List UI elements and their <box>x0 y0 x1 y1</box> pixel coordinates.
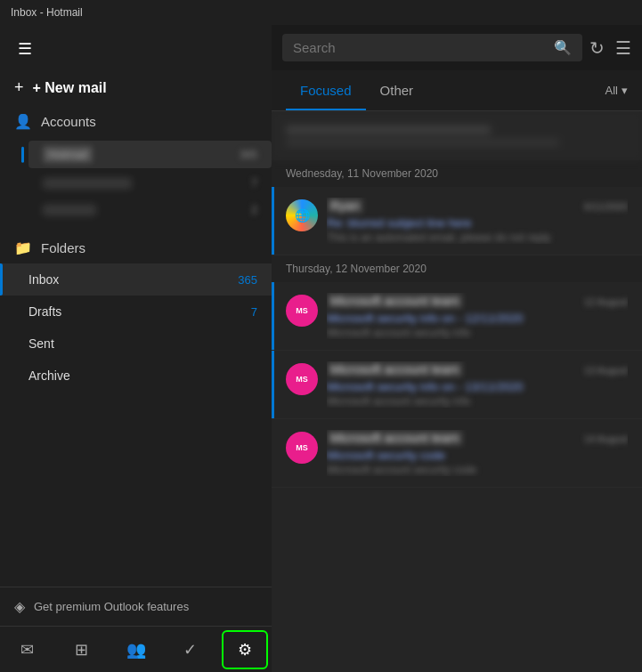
filter-label: All <box>605 84 618 97</box>
accounts-label: Accounts <box>41 114 96 129</box>
date-divider-thursday: Thursday, 12 November 2020 <box>272 255 642 282</box>
email-header-ms3: Microsoft account team 14 August <box>327 430 628 446</box>
search-input[interactable] <box>293 40 547 55</box>
account-item-3[interactable]: 2 <box>28 198 272 222</box>
search-bar: 🔍 ↻ ☰ <box>272 25 642 70</box>
search-icon-button[interactable]: 🔍 <box>554 39 572 56</box>
email-item-ms3[interactable]: MS Microsoft account team 14 August Micr… <box>272 419 642 488</box>
preview-ms2: Microsoft account security info <box>327 395 628 408</box>
time-ms2: 13 August <box>584 365 628 376</box>
folder-name-inbox: Inbox <box>28 272 59 287</box>
folder-badge-inbox: 365 <box>238 273 257 287</box>
search-icon: 🔍 <box>554 40 572 55</box>
email-content-ms2: Microsoft account team 13 August Microso… <box>327 361 628 408</box>
tab-other[interactable]: Other <box>366 70 428 110</box>
subject-ms1: Microsoft security info on - 12/11/2020 <box>327 312 628 325</box>
preview-ms1: Microsoft account security info <box>327 327 628 339</box>
filter-drop-icon: ▾ <box>622 84 628 97</box>
hamburger-button[interactable]: ☰ <box>14 36 36 62</box>
premium-banner[interactable]: ◈ Get premium Outlook features <box>0 587 272 626</box>
sidebar: ☰ + + New mail 👤 Accounts Hotmail 365 7 … <box>0 25 272 672</box>
bottom-nav: ✉ ⊞ 👥 ✓ ⚙ <box>0 626 272 672</box>
folder-list: Inbox 365 Drafts 7 Sent Archive <box>0 263 272 587</box>
sidebar-top: ☰ <box>0 25 272 69</box>
account-item-hotmail[interactable]: Hotmail 365 <box>28 141 272 168</box>
folder-item-sent[interactable]: Sent <box>0 328 272 360</box>
new-mail-icon: + <box>14 78 24 97</box>
preview-ryan: This is an automated email, please do no… <box>327 231 628 244</box>
folder-name-sent: Sent <box>28 336 54 351</box>
email-content-ryan: Ryan 6/11/2020 Re: blurred subject line … <box>327 198 628 244</box>
email-header-ryan: Ryan 6/11/2020 <box>327 198 628 214</box>
email-content-ms1: Microsoft account team 12 August Microso… <box>327 293 628 339</box>
title-bar-text: Inbox - Hotmail <box>11 6 83 19</box>
folder-badge-drafts: 7 <box>251 305 257 319</box>
account-badge-hotmail: 365 <box>240 149 257 161</box>
account-badge-3: 2 <box>251 204 257 216</box>
people-nav-item[interactable]: 👥 <box>113 630 159 669</box>
date-divider-wednesday: Wednesday, 11 November 2020 <box>272 160 642 187</box>
new-mail-label: + New mail <box>33 80 107 96</box>
subject-ms2: Microsoft security info on - 13/11/2020 <box>327 380 628 393</box>
folder-item-inbox[interactable]: Inbox 365 <box>0 263 272 296</box>
folder-name-archive: Archive <box>28 368 70 383</box>
avatar-ms3: MS <box>286 432 318 464</box>
toolbar-icons: ↻ ☰ <box>589 37 631 59</box>
title-bar: Inbox - Hotmail <box>0 0 642 25</box>
main-layout: ☰ + + New mail 👤 Accounts Hotmail 365 7 … <box>0 25 642 672</box>
avatar-ms2: MS <box>286 363 318 395</box>
folders-label: Folders <box>41 240 85 255</box>
folders-section: 📁 Folders <box>0 225 272 263</box>
preview-ms3: Microsoft account security code <box>327 464 628 476</box>
time-ryan: 6/11/2020 <box>584 201 628 212</box>
unread-accent-ms2 <box>272 351 274 418</box>
email-content-ms3: Microsoft account team 14 August Microso… <box>327 430 628 476</box>
premium-icon: ◈ <box>14 598 25 615</box>
accounts-icon: 👤 <box>14 113 32 130</box>
email-item-ms1[interactable]: MS Microsoft account team 12 August Micr… <box>272 282 642 351</box>
time-ms1: 12 August <box>584 296 628 307</box>
settings-nav-item[interactable]: ⚙ <box>222 630 268 669</box>
premium-label: Get premium Outlook features <box>34 600 189 613</box>
tabs-row: Focused Other All ▾ <box>272 70 642 111</box>
unread-accent-ryan <box>272 187 274 255</box>
subject-ryan: Re: blurred subject line here <box>327 216 628 230</box>
email-item-ms2[interactable]: MS Microsoft account team 13 August Micr… <box>272 351 642 419</box>
filter-dropdown-button[interactable]: All ▾ <box>605 84 628 97</box>
email-header-ms1: Microsoft account team 12 August <box>327 293 628 309</box>
email-header-ms2: Microsoft account team 13 August <box>327 361 628 377</box>
filter-toolbar-icon: ☰ <box>615 38 631 58</box>
accounts-section[interactable]: 👤 Accounts <box>0 106 272 137</box>
sender-ryan: Ryan <box>327 198 363 214</box>
sender-ms1: Microsoft account team <box>327 293 463 309</box>
time-ms3: 14 August <box>584 433 628 444</box>
folder-item-drafts[interactable]: Drafts 7 <box>0 296 272 328</box>
new-mail-button[interactable]: + + New mail <box>0 69 272 106</box>
account-badge-2: 7 <box>251 177 257 190</box>
folder-item-archive[interactable]: Archive <box>0 360 272 392</box>
subject-ms3: Microsoft security code <box>327 449 628 462</box>
filter-toolbar-button[interactable]: ☰ <box>615 37 631 59</box>
email-item-blurred-top[interactable] <box>272 111 642 160</box>
search-input-wrapper: 🔍 <box>282 34 582 61</box>
refresh-icon: ↻ <box>589 38 605 58</box>
tab-focused[interactable]: Focused <box>286 70 366 110</box>
folders-icon: 📁 <box>14 239 32 256</box>
sender-ms2: Microsoft account team <box>327 361 463 377</box>
sender-ms3: Microsoft account team <box>327 430 463 446</box>
people-icon: 👥 <box>126 640 146 660</box>
tasks-nav-item[interactable]: ✓ <box>167 630 214 669</box>
email-list: Wednesday, 11 November 2020 🌐 Ryan 6/11/… <box>272 111 642 672</box>
mail-icon: ✉ <box>20 640 34 660</box>
account-list: Hotmail 365 7 2 <box>0 137 272 225</box>
folder-name-drafts: Drafts <box>28 304 61 319</box>
calendar-icon: ⊞ <box>75 640 88 660</box>
account-item-2[interactable]: 7 <box>28 172 272 195</box>
mail-nav-item[interactable]: ✉ <box>4 630 51 669</box>
tasks-icon: ✓ <box>183 640 197 660</box>
unread-accent-ms1 <box>272 282 274 350</box>
calendar-nav-item[interactable]: ⊞ <box>59 630 105 669</box>
refresh-button[interactable]: ↻ <box>589 37 605 59</box>
avatar-ms1: MS <box>286 295 318 327</box>
email-item-ryan[interactable]: 🌐 Ryan 6/11/2020 Re: blurred subject lin… <box>272 187 642 255</box>
